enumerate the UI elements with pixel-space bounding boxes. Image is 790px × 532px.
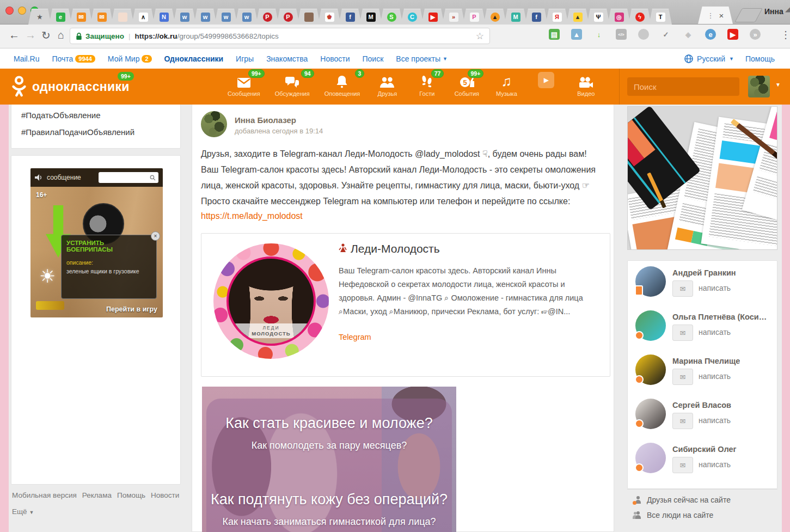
active-tab[interactable]: ⋮ × [698,7,733,24]
mailru-nav-мой-мир[interactable]: Мой Мир2 [108,54,152,63]
post-author-name[interactable]: Инна Биолазер [235,115,296,125]
forward-button[interactable]: → [25,29,36,41]
tooltip-close-icon[interactable]: × [151,231,160,241]
skype-tab[interactable]: S [380,9,403,25]
help-link[interactable]: Помощь [745,54,775,63]
friend-avatar[interactable] [635,399,666,429]
address-bar[interactable]: Защищено | https://ok.ru/group/549999865… [70,28,490,44]
message-button[interactable]: ✉ [672,457,693,473]
game-ad-banner[interactable]: сообщение 16+ ☀ × УСТРАНИТЬ БОЕПРИПАСЫ о… [30,168,163,317]
friend-avatar[interactable] [635,443,666,473]
user-avatar[interactable] [748,76,770,97]
friend-name[interactable]: Андрей Гранкин [672,268,736,277]
facebook-tab-2[interactable]: f [525,9,548,25]
footer-link[interactable]: Мобильная версия [12,491,77,499]
game-ad-cta[interactable]: Перейти в игру [106,305,157,313]
back-button[interactable]: ← [9,29,20,41]
chevrons-tab[interactable]: » [442,9,465,25]
orange-circle-tab[interactable]: ▲ [483,9,506,25]
nav-discussions[interactable]: 94Обсуждения [275,73,310,97]
diamond-extension-icon[interactable]: ◈ [683,29,694,40]
write-message-link[interactable]: написать [699,460,731,469]
mailru-mail-tab-2[interactable]: ✉ [90,9,113,25]
language-selector[interactable]: Русский [697,54,725,63]
write-message-link[interactable]: написать [699,372,731,381]
trident-tab[interactable]: Ψ [587,9,610,25]
hashtag-link-2[interactable]: #ПравилаПодачиОбъявлений [21,127,170,137]
nav-events[interactable]: 599+События [454,73,479,97]
tab-menu-icon[interactable]: ⋮ [707,11,714,20]
friend-name[interactable]: Марина Пчелище [672,357,740,365]
sidebar-link[interactable]: Друзья сейчас на сайте [634,496,777,504]
footer-link[interactable]: Новости [151,491,179,499]
mailru-nav-поиск[interactable]: Поиск [363,54,384,63]
write-message-link[interactable]: написать [699,416,731,425]
nav-notifications[interactable]: 3Оповещения [324,73,360,97]
code-extension-icon[interactable]: </> [616,29,627,40]
video-download-extension-icon[interactable]: ▶ [727,29,738,40]
mailru-nav-одноклассники[interactable]: Одноклассники [164,54,224,63]
new-tab-button[interactable] [734,8,763,22]
black-silhouette-tab[interactable]: ∧ [132,9,155,25]
close-window-button[interactable] [5,7,14,15]
bookmark-star-icon[interactable]: ☆ [476,30,484,42]
instagram-tab[interactable]: ◎ [608,9,630,25]
nav-player[interactable]: ▶ [534,73,559,88]
nav-friends[interactable]: Друзья [375,73,400,97]
minimize-window-button[interactable] [18,7,26,15]
profile-caret-icon[interactable]: ▼ [775,82,781,88]
yandex-tab[interactable]: Я [546,9,568,25]
chevrons-extension-icon[interactable]: » [750,29,761,40]
pinterest-tab-2[interactable]: P [277,9,299,25]
message-button[interactable]: ✉ [672,369,693,385]
mailru-nav-mail.ru[interactable]: Mail.Ru [14,54,39,63]
vk-tab-4[interactable]: w [235,9,258,25]
mailru-mail-tab[interactable]: ✉ [70,9,93,25]
more-link[interactable]: Ещё ▼ [12,507,34,516]
checkmark-extension-icon[interactable]: ✓ [660,29,671,40]
nav-music[interactable]: ♫Музыка [494,73,519,97]
evernote-tab[interactable]: e [49,9,72,25]
vk-tab-1[interactable]: w [173,9,196,25]
flash-tab[interactable]: ϟ [628,9,651,25]
home-button[interactable]: ⌂ [58,29,64,41]
embedded-channel-card[interactable]: ЛЕДИ МОЛОДОСТЬ Леди-Молодость Ваш Telegr… [201,233,610,377]
mailru-nav-почта[interactable]: Почта9944 [52,54,95,63]
sidebar-link[interactable]: Все люди на сайте [634,511,777,519]
facebook-tab-1[interactable]: f [339,9,362,25]
footer-link[interactable]: Реклама [82,491,112,499]
colored-p-tab[interactable]: P [463,9,486,25]
mini-player-icon[interactable]: ▶ [538,72,554,88]
print-extension-icon[interactable]: ▤ [549,29,560,40]
friend-name[interactable]: Сибирский Олег [672,445,737,454]
friend-avatar[interactable] [635,354,666,385]
message-button[interactable]: ✉ [672,325,693,341]
blue-e-extension-icon[interactable]: e [705,29,716,40]
friend-name[interactable]: Ольга Плетнёва (Косило… [672,313,770,321]
yellow-pictures-tab[interactable]: ▲ [566,9,589,25]
youtube-tab[interactable]: ▶ [421,9,444,25]
mailru-nav-игры[interactable]: Игры [236,54,254,63]
mailru-nav-все-проекты[interactable]: Все проекты▼ [396,54,448,63]
vk-tab-2[interactable]: w [194,9,217,25]
channel-source-link[interactable]: Telegram [339,333,371,341]
friend-name[interactable]: Сергей Власов [672,401,731,409]
footer-link[interactable]: Помощь [117,491,145,499]
mailru-nav-новости[interactable]: Новости [320,54,350,63]
hashtag-link-1[interactable]: #ПодатьОбъявление [21,111,170,120]
channel-title[interactable]: Леди-Молодость [339,242,440,255]
vk-tab-3[interactable]: w [215,9,237,25]
portrait-photo-tab[interactable] [111,9,134,25]
crest-tab[interactable]: ♚ [318,9,341,25]
message-button[interactable]: ✉ [672,413,693,429]
write-message-link[interactable]: написать [699,328,731,337]
post-image[interactable]: Как стать красивее и моложе?Как помолоде… [202,387,456,532]
friend-avatar[interactable] [635,310,666,341]
post-telegram-link[interactable]: https://t.me/lady_molodost [201,211,303,221]
reload-button[interactable]: ↻ [41,29,51,42]
post-author-avatar[interactable] [201,111,227,137]
blue-n-tab[interactable]: N [152,9,175,25]
pinterest-tab-1[interactable]: P [256,9,279,25]
write-message-link[interactable]: написать [699,284,731,292]
friend-avatar[interactable] [635,266,666,297]
